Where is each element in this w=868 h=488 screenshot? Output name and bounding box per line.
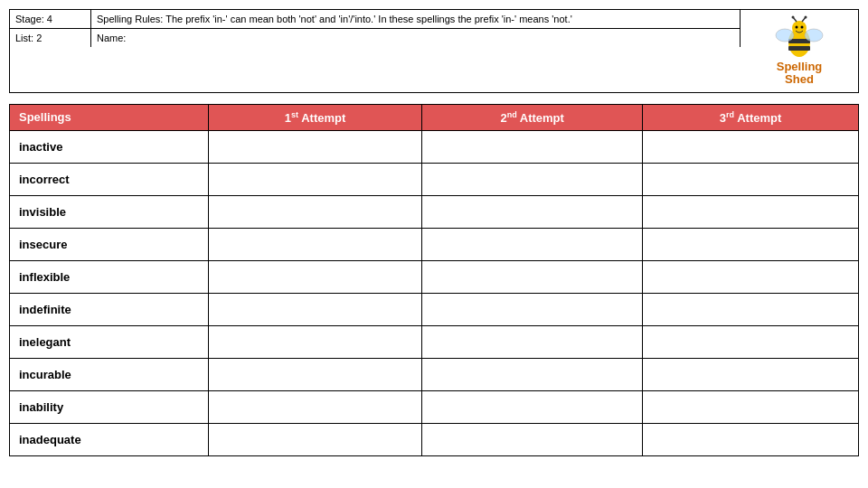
spelling-word: incorrect <box>10 163 209 195</box>
attempt-cell-1 <box>209 130 422 163</box>
attempt-cell-3 <box>643 195 859 228</box>
attempt-cell-2 <box>422 228 643 260</box>
logo-container: SpellingShed <box>772 15 826 87</box>
attempt-cell-2 <box>422 423 643 455</box>
attempt-cell-3 <box>643 260 859 293</box>
svg-point-4 <box>796 26 798 29</box>
attempt-cell-1 <box>209 195 422 228</box>
svg-point-3 <box>792 21 807 35</box>
spelling-word: inadequate <box>10 423 209 455</box>
attempt-cell-3 <box>643 163 859 195</box>
table-header-row: Spellings 1st Attempt 2nd Attempt 3rd At… <box>10 104 859 130</box>
logo-area: SpellingShed <box>741 10 858 92</box>
attempt-cell-2 <box>422 358 643 390</box>
col2-rest: Attempt <box>298 111 345 125</box>
col4-header: 3rd Attempt <box>643 104 859 130</box>
attempt-cell-1 <box>209 358 422 390</box>
col4-sup: rd <box>726 110 734 119</box>
table-row: inelegant <box>10 325 859 358</box>
header-left: Stage: 4 Spelling Rules: The prefix 'in-… <box>10 10 741 47</box>
table-body: inactiveincorrectinvisibleinsecureinflex… <box>10 130 859 455</box>
attempt-cell-1 <box>209 390 422 423</box>
spelling-word: invisible <box>10 195 209 228</box>
list-row: List: 2 Name: <box>10 29 740 47</box>
attempt-cell-3 <box>643 130 859 163</box>
stage-label: Stage: 4 <box>10 10 91 28</box>
attempt-cell-2 <box>422 325 643 358</box>
attempt-cell-2 <box>422 195 643 228</box>
attempt-cell-1 <box>209 293 422 325</box>
table-row: incorrect <box>10 163 859 195</box>
svg-point-5 <box>801 26 804 29</box>
header-section: Stage: 4 Spelling Rules: The prefix 'in-… <box>9 9 859 93</box>
rules-text: Spelling Rules: The prefix 'in-' can mea… <box>91 10 740 28</box>
stage-row: Stage: 4 Spelling Rules: The prefix 'in-… <box>10 10 740 29</box>
svg-point-7 <box>792 16 795 19</box>
svg-point-9 <box>805 16 807 19</box>
attempt-cell-1 <box>209 423 422 455</box>
col4-main: 3 <box>720 111 726 125</box>
svg-point-11 <box>805 29 823 42</box>
list-label: List: 2 <box>10 29 91 47</box>
spellings-table: Spellings 1st Attempt 2nd Attempt 3rd At… <box>9 104 859 456</box>
spelling-word: inelegant <box>10 325 209 358</box>
svg-point-10 <box>776 29 794 42</box>
col3-main: 2 <box>500 111 506 125</box>
table-row: inability <box>10 390 859 423</box>
col1-header: Spellings <box>10 104 209 130</box>
attempt-cell-1 <box>209 163 422 195</box>
table-row: invisible <box>10 195 859 228</box>
col3-rest: Attempt <box>517 111 564 125</box>
spelling-word: inactive <box>10 130 209 163</box>
table-row: indefinite <box>10 293 859 325</box>
attempt-cell-1 <box>209 228 422 260</box>
attempt-cell-2 <box>422 163 643 195</box>
col2-main: 1 <box>285 111 291 125</box>
attempt-cell-1 <box>209 260 422 293</box>
attempt-cell-3 <box>643 228 859 260</box>
attempt-cell-3 <box>643 390 859 423</box>
spelling-word: inability <box>10 390 209 423</box>
attempt-cell-2 <box>422 130 643 163</box>
col3-header: 2nd Attempt <box>422 104 643 130</box>
col3-sup: nd <box>507 110 517 119</box>
spelling-word: insecure <box>10 228 209 260</box>
attempt-cell-3 <box>643 325 859 358</box>
table-row: insecure <box>10 228 859 260</box>
name-label: Name: <box>91 29 740 47</box>
attempt-cell-1 <box>209 325 422 358</box>
spelling-word: indefinite <box>10 293 209 325</box>
table-row: inadequate <box>10 423 859 455</box>
col4-rest: Attempt <box>734 111 781 125</box>
attempt-cell-3 <box>643 423 859 455</box>
spelling-word: inflexible <box>10 260 209 293</box>
logo-text: SpellingShed <box>777 61 823 87</box>
table-row: inflexible <box>10 260 859 293</box>
col2-sup: st <box>291 110 298 119</box>
attempt-cell-2 <box>422 260 643 293</box>
svg-rect-2 <box>788 46 810 51</box>
spelling-word: incurable <box>10 358 209 390</box>
attempt-cell-2 <box>422 390 643 423</box>
attempt-cell-3 <box>643 293 859 325</box>
table-row: incurable <box>10 358 859 390</box>
table-row: inactive <box>10 130 859 163</box>
attempt-cell-3 <box>643 358 859 390</box>
bee-icon <box>772 15 826 61</box>
attempt-cell-2 <box>422 293 643 325</box>
col2-header: 1st Attempt <box>209 104 422 130</box>
